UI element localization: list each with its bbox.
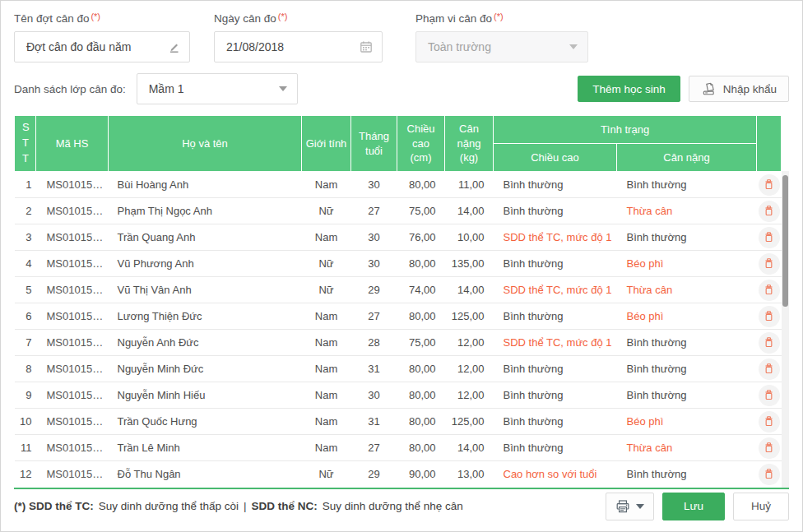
class-select[interactable]: Mầm 1	[137, 73, 298, 104]
pham-vi-select: Toàn trường	[415, 31, 588, 62]
table-row: 11MS01015…Trần Lê MinhNam2780,0014,00Bìn…	[15, 435, 782, 461]
delete-row-button[interactable]	[759, 174, 780, 196]
table-scrollbar[interactable]	[782, 171, 789, 488]
trash-icon	[763, 284, 775, 296]
name-cell: Nguyễn Minh Đức	[109, 356, 302, 382]
height-cell: 75,00	[397, 330, 445, 356]
ngay-can-do-input[interactable]: 21/08/2018	[214, 31, 383, 62]
table-row: 1MS01015…Bùi Hoàng AnhNam3080,0011,00Bìn…	[15, 172, 782, 198]
trash-icon	[763, 257, 775, 270]
table-row: 9MS01015…Nguyễn Minh HiếuNam3080,0012,00…	[15, 382, 782, 409]
stt-cell: 10	[15, 409, 36, 435]
gender-cell: Nữ	[302, 251, 351, 277]
table-row: 5MS01015…Vũ Thị Vân AnhNữ2974,0014,00SDD…	[15, 277, 782, 303]
height-cell: 80,00	[397, 251, 445, 277]
delete-row-button[interactable]	[759, 306, 780, 327]
delete-row-button[interactable]	[759, 385, 780, 406]
legend-separator: |	[244, 500, 247, 512]
weight-cell: 135,00	[445, 251, 494, 277]
header-tinh-trang: Tình trạng	[494, 116, 757, 144]
height-cell: 80,00	[397, 356, 445, 382]
select-value: Mầm 1	[149, 82, 184, 95]
trash-icon	[763, 442, 775, 454]
table-header: STT Mã HS Họ và tên Giới tính Tháng tuổi…	[15, 116, 782, 172]
weight-status-cell: Béo phì	[617, 251, 757, 277]
height-cell: 74,00	[397, 277, 445, 303]
import-label: Nhập khẩu	[723, 83, 777, 95]
height-cell: 80,00	[397, 382, 445, 409]
delete-row-button[interactable]	[759, 280, 780, 301]
table-row: 12MS01015…Đỗ Thu NgânNữ2990,0013,00Cao h…	[15, 461, 782, 488]
header-thang-tuoi: Tháng tuổi	[351, 116, 397, 172]
measurement-table-area: STT Mã HS Họ và tên Giới tính Tháng tuổi…	[14, 115, 789, 489]
import-button[interactable]: Nhập khẩu	[689, 76, 789, 102]
cancel-button[interactable]: Huỷ	[733, 493, 789, 520]
scrollbar-thumb[interactable]	[782, 175, 788, 307]
weight-status-cell: Bình thường	[617, 330, 757, 356]
header-gioi-tinh: Giới tính	[302, 116, 351, 172]
months-cell: 27	[351, 303, 397, 330]
add-student-button[interactable]: Thêm học sinh	[578, 76, 680, 102]
weight-status-cell: Béo phì	[617, 303, 757, 330]
delete-cell	[757, 277, 782, 303]
height-status-cell: SDD thể TC, mức độ 1	[494, 277, 617, 303]
delete-row-button[interactable]	[759, 411, 780, 433]
height-status-cell: Bình thường	[494, 251, 617, 277]
height-cell: 90,00	[397, 461, 445, 488]
table-row: 2MS01015…Phạm Thị Ngọc AnhNữ2775,0014,00…	[15, 198, 782, 224]
stt-cell: 4	[15, 251, 36, 277]
trash-icon	[763, 205, 775, 217]
weight-status-cell: Béo phì	[617, 409, 757, 435]
label-text: Phạm vi cân đo	[415, 12, 492, 25]
table-row: 4MS01015…Vũ Phương AnhNữ3080,00135,00Bìn…	[15, 251, 782, 277]
required-mark: (*)	[91, 12, 100, 21]
label-text: Tên đợt cân đo	[14, 12, 89, 25]
name-cell: Đỗ Thu Ngân	[109, 461, 302, 488]
save-button[interactable]: Lưu	[662, 493, 725, 520]
calendar-icon[interactable]	[360, 40, 373, 53]
table-row: 7MS01015…Nguyễn Anh ĐứcNam2875,0012,00SD…	[15, 330, 782, 356]
name-cell: Phạm Thị Ngọc Anh	[109, 198, 302, 224]
measurement-table: STT Mã HS Họ và tên Giới tính Tháng tuổi…	[14, 115, 782, 488]
weight-cell: 13,00	[445, 461, 494, 488]
delete-row-button[interactable]	[759, 253, 780, 275]
ten-dot-can-do-input[interactable]: Đợt cân đo đầu năm	[14, 31, 190, 62]
field-pham-vi-can-do: Phạm vi cân đo(*) Toàn trường	[415, 12, 588, 62]
header-ho-va-ten: Họ và tên	[109, 116, 302, 172]
delete-cell	[757, 356, 782, 382]
height-status-cell: SDD thể TC, mức độ 1	[494, 330, 617, 356]
weight-cell: 12,00	[445, 356, 494, 382]
ma-hs-cell: MS01015…	[36, 356, 109, 382]
name-cell: Nguyễn Minh Hiếu	[109, 382, 302, 409]
delete-row-button[interactable]	[759, 437, 780, 459]
weight-cell: 125,00	[445, 303, 494, 330]
months-cell: 30	[351, 382, 397, 409]
gender-cell: Nam	[302, 330, 351, 356]
height-cell: 80,00	[397, 172, 445, 198]
delete-row-button[interactable]	[759, 227, 780, 248]
ma-hs-cell: MS01015…	[36, 461, 109, 488]
delete-row-button[interactable]	[759, 332, 780, 354]
chevron-down-icon	[636, 504, 644, 509]
print-button[interactable]	[606, 493, 654, 520]
weight-cell: 14,00	[445, 435, 494, 461]
delete-row-button[interactable]	[759, 201, 780, 222]
delete-cell	[757, 330, 782, 356]
field-ten-dot-can-do: Tên đợt cân đo(*) Đợt cân đo đầu năm	[14, 12, 190, 62]
table-row: 3MS01015…Trần Quang AnhNam3076,0010,00SD…	[15, 224, 782, 251]
stt-cell: 7	[15, 330, 36, 356]
gender-cell: Nữ	[302, 198, 351, 224]
delete-cell	[757, 172, 782, 198]
header-ma-hs: Mã HS	[36, 116, 109, 172]
field-ngay-can-do: Ngày cân đo(*) 21/08/2018	[214, 12, 383, 62]
name-cell: Bùi Hoàng Anh	[109, 172, 302, 198]
delete-row-button[interactable]	[759, 359, 780, 380]
delete-row-button[interactable]	[759, 464, 780, 485]
table-row: 8MS01015…Nguyễn Minh ĐứcNam3180,0012,00B…	[15, 356, 782, 382]
months-cell: 30	[351, 172, 397, 198]
gender-cell: Nam	[302, 435, 351, 461]
ma-hs-cell: MS01015…	[36, 382, 109, 409]
required-mark: (*)	[494, 12, 504, 21]
height-status-cell: Bình thường	[494, 172, 617, 198]
header-tinh-trang-chieu-cao: Chiều cao	[494, 144, 617, 172]
